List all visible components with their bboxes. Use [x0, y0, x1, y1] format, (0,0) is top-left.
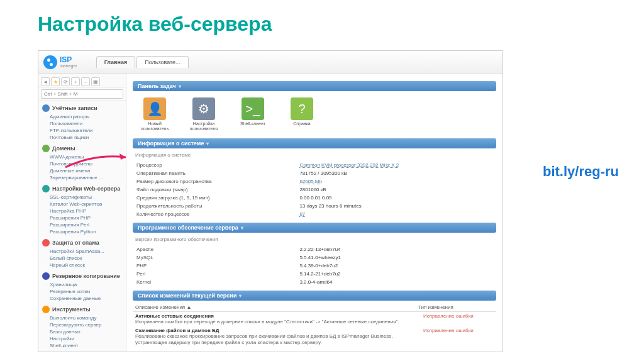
- info-key: Оперативная память: [134, 170, 296, 177]
- changes-title: Список изменений текущей версии: [138, 292, 236, 299]
- nav-item[interactable]: Чёрный список: [50, 262, 126, 269]
- nav-group-head[interactable]: Инструменты: [38, 304, 126, 314]
- quick-item-icon: >_: [242, 97, 264, 120]
- info-value[interactable]: 62605 Mb: [297, 178, 495, 185]
- table-row: ПроцессорCommon KVM processor 3392.292 M…: [134, 162, 495, 169]
- nav-item[interactable]: Сохраненные данные: [50, 295, 126, 302]
- info-value: 5.5.41-0+wheezy1: [297, 254, 495, 261]
- info-value: 2.2.22-13+deb7u4: [297, 246, 495, 253]
- nav-item[interactable]: Настройки SpamAssa...: [50, 248, 126, 255]
- nav-item[interactable]: Базы данных: [50, 328, 126, 335]
- nav-group-head[interactable]: Резервное копирование: [38, 271, 126, 281]
- nav-group-icon: [42, 145, 50, 152]
- nav-item[interactable]: Настройки: [50, 335, 126, 342]
- changes-col-desc[interactable]: Описание изменения ▲: [135, 304, 418, 310]
- grid-icon[interactable]: ▦: [91, 77, 100, 86]
- minus-icon[interactable]: −: [81, 77, 90, 86]
- tab-users[interactable]: Пользовате...: [136, 56, 188, 68]
- nav-item[interactable]: Каталог Web-скриптов: [50, 201, 126, 208]
- nav-item[interactable]: Расширения Perl: [50, 221, 126, 228]
- quick-item-label: Настройки пользователя: [184, 121, 223, 131]
- info-key: Продолжительность работы: [134, 203, 296, 209]
- nav-group-head[interactable]: Домены: [38, 143, 126, 153]
- nav-item[interactable]: Администраторы: [50, 113, 126, 120]
- quick-item-label: Справка: [293, 121, 310, 126]
- tab-main[interactable]: Главная: [96, 56, 136, 68]
- info-key: Процессор: [134, 162, 296, 169]
- nav-item[interactable]: WWW-домены: [50, 153, 126, 160]
- plus-icon[interactable]: +: [71, 77, 80, 86]
- content: Панель задач ▾ 👤Новый пользователь⚙Настр…: [126, 74, 502, 352]
- nav-item[interactable]: Резервные копии: [50, 288, 126, 295]
- table-row: Количество процессов87: [134, 211, 495, 218]
- changes-col-type[interactable]: Тип изменения: [418, 304, 494, 310]
- nav-item[interactable]: Выполнить команду: [50, 314, 126, 321]
- nav-item[interactable]: Пользователи: [50, 120, 126, 127]
- info-value: 0.00 0.01 0.05: [297, 194, 495, 201]
- nav-group-icon: [42, 239, 50, 247]
- change-row[interactable]: Скачивание файлов и дампов БДРеализовано…: [133, 326, 496, 347]
- nav-item[interactable]: Расширения Python: [50, 228, 126, 235]
- nav-item[interactable]: Почтовые домены: [50, 160, 126, 167]
- quick-item-icon: 👤: [143, 97, 166, 120]
- nav-item[interactable]: Перезагрузить сервер: [50, 321, 126, 328]
- sysinfo-subtitle: Информация о системе: [133, 151, 496, 160]
- info-value[interactable]: Common KVM processor 3392.292 MHz X 2: [297, 162, 495, 169]
- change-desc: Исправлена ошибка при переходе в дочерни…: [135, 319, 418, 325]
- table-row: Perl5.14.2-21+deb7u2: [134, 270, 495, 277]
- change-type: Исправление ошибки: [421, 326, 496, 347]
- table-row: Размер дискового пространства62605 Mb: [134, 178, 495, 185]
- quick-section-head[interactable]: Панель задач ▾: [133, 81, 496, 91]
- nav-item[interactable]: Белый список: [50, 255, 126, 262]
- quick-item[interactable]: ⚙Настройки пользователя: [184, 97, 223, 131]
- nav-item[interactable]: Настройка PHP: [50, 208, 126, 214]
- external-link: bit.ly/reg-ru: [543, 164, 619, 180]
- quick-item-label: Новый пользователь: [135, 121, 174, 131]
- search-input[interactable]: [41, 89, 123, 99]
- change-row[interactable]: Активные сетевые соединенияИсправлена ош…: [133, 312, 496, 326]
- back-icon[interactable]: ◄: [41, 77, 50, 86]
- nav-item[interactable]: Доменные имена: [50, 167, 126, 174]
- changes-section-head[interactable]: Список изменений текущей версии ▾: [133, 291, 496, 301]
- nav-item[interactable]: Расширения PHP: [50, 214, 126, 221]
- software-section-head[interactable]: Программное обеспечение сервера ▾: [133, 223, 496, 233]
- info-key: Kernel: [134, 279, 296, 286]
- nav-group-head[interactable]: Настройки Web-сервера: [38, 184, 126, 194]
- nav-item[interactable]: Хранилища: [50, 281, 126, 288]
- info-value: 5.4.39-0+deb7u2: [297, 262, 495, 269]
- info-key: Perl: [134, 270, 296, 277]
- table-row: Apache2.2.22-13+deb7u4: [134, 246, 495, 253]
- quick-item[interactable]: >_Shell-клиент: [233, 97, 272, 131]
- change-type: Исправление ошибки: [421, 312, 496, 326]
- table-row: Продолжительность работы13 days 23 hours…: [134, 203, 495, 209]
- info-key: Средняя загрузка (1, 5, 15 мин): [134, 194, 296, 201]
- nav-item[interactable]: Зарезервированные ...: [50, 174, 126, 181]
- nav-group-head[interactable]: Учётные записи: [38, 103, 126, 113]
- changes-columns: Описание изменения ▲ Тип изменения: [133, 303, 496, 312]
- nav-item[interactable]: Shell-клиент: [50, 342, 126, 349]
- quick-item[interactable]: ?Справка: [282, 97, 321, 131]
- info-key: PHP: [134, 262, 296, 269]
- info-value[interactable]: 87: [297, 211, 495, 218]
- nav-item[interactable]: FTP-пользователи: [50, 127, 126, 134]
- info-value: 13 days 23 hours 6 minutes: [297, 203, 495, 209]
- logo-subtext: manager: [60, 64, 77, 68]
- nav-item[interactable]: SSL-сертификаты: [50, 194, 126, 201]
- change-name: Активные сетевые соединения: [135, 313, 418, 319]
- nav-group-title: Резервное копирование: [52, 273, 120, 279]
- nav-group-head[interactable]: Защита от спама: [38, 238, 126, 248]
- change-desc: Реализовано сквозное проксирование запро…: [135, 333, 418, 345]
- sysinfo-section-head[interactable]: Информация о системе ▾: [133, 138, 496, 148]
- nav-group-icon: [42, 185, 50, 192]
- table-row: Kernel3.2.0-4-amd64: [134, 279, 495, 286]
- table-row: PHP5.4.39-0+deb7u2: [134, 262, 495, 269]
- info-value: 3.2.0-4-amd64: [297, 279, 495, 286]
- info-key: MySQL: [134, 254, 296, 261]
- chevron-icon: ▾: [239, 293, 242, 299]
- quick-item[interactable]: 👤Новый пользователь: [135, 97, 174, 131]
- chevron-icon: ▾: [206, 141, 209, 147]
- refresh-icon[interactable]: ⟳: [61, 77, 70, 86]
- star-icon[interactable]: ★: [51, 77, 60, 86]
- sysinfo-title: Информация о системе: [138, 140, 204, 147]
- nav-item[interactable]: Почтовые ящики: [50, 134, 126, 141]
